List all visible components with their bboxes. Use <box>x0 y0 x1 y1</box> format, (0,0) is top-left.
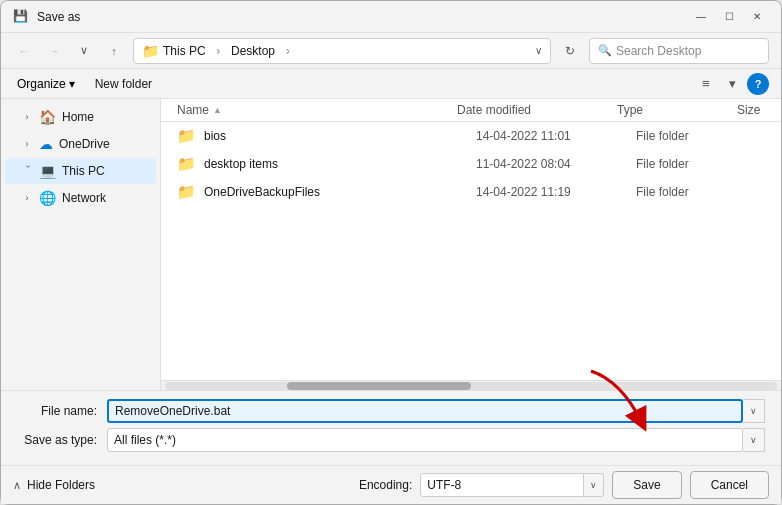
table-row[interactable]: 📁 desktop items 11-04-2022 08:04 File fo… <box>161 150 781 178</box>
sidebar-network-label: Network <box>62 191 106 205</box>
onedrive-icon: ☁ <box>39 136 53 152</box>
status-bar: ∧ Hide Folders Encoding: ∨ Save Cancel <box>1 465 781 504</box>
dropdown-button[interactable]: ∨ <box>73 40 95 62</box>
new-folder-button[interactable]: New folder <box>91 75 156 93</box>
sidebar-item-onedrive[interactable]: › ☁ OneDrive <box>5 131 156 157</box>
network-icon: 🌐 <box>39 190 56 206</box>
title-bar: 💾 Save as — ☐ ✕ <box>1 1 781 33</box>
filetype-dropdown-button[interactable]: ∨ <box>743 428 765 452</box>
folder-icon-2: 📁 <box>177 183 196 201</box>
expand-onedrive-icon: › <box>21 138 33 150</box>
file-date-2: 14-04-2022 11:19 <box>476 185 636 199</box>
close-button[interactable]: ✕ <box>745 7 769 27</box>
search-icon: 🔍 <box>598 44 612 57</box>
cancel-button[interactable]: Cancel <box>690 471 769 499</box>
organize-label: Organize <box>17 77 66 91</box>
sidebar-thispc-label: This PC <box>62 164 105 178</box>
organize-dropdown-icon: ▾ <box>69 77 75 91</box>
sidebar-item-thispc[interactable]: › 💻 This PC <box>5 158 156 184</box>
column-date[interactable]: Date modified <box>457 103 617 117</box>
save-as-dialog: 💾 Save as — ☐ ✕ ← → ∨ ↑ 📁 bios This PC ›… <box>0 0 782 505</box>
scrollbar-track <box>165 382 777 390</box>
hide-folders-icon: ∧ <box>13 479 21 492</box>
filename-label: File name: <box>17 404 107 418</box>
expand-network-icon: › <box>21 192 33 204</box>
address-path: bios This PC › Desktop › <box>163 44 290 58</box>
toolbar-right: ≡ ▾ ? <box>695 73 769 95</box>
search-placeholder: Search Desktop <box>616 44 701 58</box>
sidebar-home-label: Home <box>62 110 94 124</box>
file-name-1: desktop items <box>204 157 476 171</box>
address-toolbar: ← → ∨ ↑ 📁 bios This PC › Desktop › ∨ ↻ 🔍… <box>1 33 781 69</box>
sidebar-item-network[interactable]: › 🌐 Network <box>5 185 156 211</box>
help-button[interactable]: ? <box>747 73 769 95</box>
dialog-icon: 💾 <box>13 9 29 25</box>
address-bar[interactable]: 📁 bios This PC › Desktop › ∨ <box>133 38 551 64</box>
status-right: Encoding: ∨ Save Cancel <box>359 471 769 499</box>
file-name-0: bios <box>204 129 476 143</box>
filetype-input[interactable] <box>107 428 743 452</box>
sidebar-item-home[interactable]: › 🏠 Home <box>5 104 156 130</box>
address-folder-icon: 📁 <box>142 43 159 59</box>
encoding-select[interactable] <box>420 473 584 497</box>
thispc-icon: 💻 <box>39 163 56 179</box>
file-list: Name ▲ Date modified Type Size 📁 bios 14… <box>161 99 781 390</box>
file-date-1: 11-04-2022 08:04 <box>476 157 636 171</box>
hide-folders-label: Hide Folders <box>27 478 95 492</box>
column-size[interactable]: Size <box>737 103 765 117</box>
encoding-label: Encoding: <box>359 478 412 492</box>
sidebar: › 🏠 Home › ☁ OneDrive › 💻 This PC › 🌐 Ne… <box>1 99 161 390</box>
filetype-row: Save as type: ∨ <box>17 428 765 452</box>
minimize-button[interactable]: — <box>689 7 713 27</box>
folder-icon-1: 📁 <box>177 155 196 173</box>
main-content: › 🏠 Home › ☁ OneDrive › 💻 This PC › 🌐 Ne… <box>1 99 781 390</box>
scrollbar-thumb <box>287 382 471 390</box>
forward-button[interactable]: → <box>43 40 65 62</box>
window-controls: — ☐ ✕ <box>689 7 769 27</box>
view-button[interactable]: ≡ <box>695 73 717 95</box>
home-icon: 🏠 <box>39 109 56 125</box>
sort-arrow-icon: ▲ <box>213 105 222 115</box>
secondary-toolbar: Organize ▾ New folder ≡ ▾ ? <box>1 69 781 99</box>
filetype-label: Save as type: <box>17 433 107 447</box>
hide-folders-button[interactable]: ∧ Hide Folders <box>13 478 95 492</box>
organize-button[interactable]: Organize ▾ <box>13 75 79 93</box>
search-bar[interactable]: 🔍 Search Desktop <box>589 38 769 64</box>
column-name[interactable]: Name ▲ <box>177 103 457 117</box>
up-button[interactable]: ↑ <box>103 40 125 62</box>
file-name-2: OneDriveBackupFiles <box>204 185 476 199</box>
table-row[interactable]: 📁 bios 14-04-2022 11:01 File folder <box>161 122 781 150</box>
maximize-button[interactable]: ☐ <box>717 7 741 27</box>
expand-home-icon: › <box>21 111 33 123</box>
file-date-0: 14-04-2022 11:01 <box>476 129 636 143</box>
horizontal-scrollbar[interactable] <box>161 380 781 390</box>
file-type-0: File folder <box>636 129 756 143</box>
file-type-2: File folder <box>636 185 756 199</box>
dialog-title: Save as <box>37 10 689 24</box>
table-row[interactable]: 📁 OneDriveBackupFiles 14-04-2022 11:19 F… <box>161 178 781 206</box>
back-button[interactable]: ← <box>13 40 35 62</box>
encoding-select-wrapper: ∨ <box>420 473 604 497</box>
sidebar-onedrive-label: OneDrive <box>59 137 110 151</box>
address-dropdown-icon[interactable]: ∨ <box>535 45 542 56</box>
encoding-dropdown-button[interactable]: ∨ <box>584 473 604 497</box>
file-type-1: File folder <box>636 157 756 171</box>
folder-icon-0: 📁 <box>177 127 196 145</box>
filename-row: File name: ∨ <box>17 399 765 423</box>
column-type[interactable]: Type <box>617 103 737 117</box>
view-dropdown-button[interactable]: ▾ <box>721 73 743 95</box>
expand-thispc-icon: › <box>21 165 33 177</box>
file-list-body[interactable]: 📁 bios 14-04-2022 11:01 File folder 📁 de… <box>161 122 781 380</box>
filename-input[interactable] <box>107 399 743 423</box>
refresh-button[interactable]: ↻ <box>559 40 581 62</box>
filename-dropdown-button[interactable]: ∨ <box>743 399 765 423</box>
bottom-section: File name: ∨ Save as type: ∨ <box>1 390 781 465</box>
save-button[interactable]: Save <box>612 471 681 499</box>
file-list-header: Name ▲ Date modified Type Size <box>161 99 781 122</box>
